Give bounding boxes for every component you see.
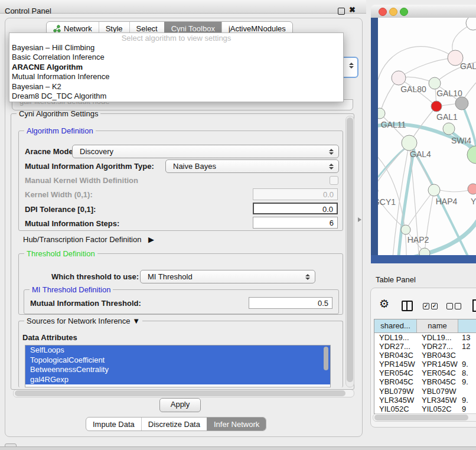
aracne-mode-select[interactable]: Discovery [72, 145, 339, 158]
tab-label: Cyni Toolbox [171, 24, 215, 33]
gear-icon[interactable]: ⚙ [379, 298, 389, 309]
settings-group-title: Cyni Algorithm Settings [17, 109, 100, 118]
network-icon [53, 25, 61, 32]
attribute-item-selfloops[interactable]: SelfLoops [25, 345, 330, 356]
minimize-traffic-light[interactable] [389, 8, 397, 16]
node-label-hap4: HAP4 [436, 197, 458, 206]
node-label-swi4: SWI4 [451, 136, 471, 145]
manual-kernel-checkbox[interactable] [330, 176, 338, 185]
table-cell: 9. [458, 377, 476, 386]
attribute-item-gal4rgexp[interactable]: gal4RGexp [25, 375, 330, 385]
which-threshold-value: MI Threshold [141, 272, 193, 281]
tab-impute-data[interactable]: Impute Data [86, 418, 141, 431]
deselect-checkbox-icon[interactable] [446, 303, 453, 309]
mi-threshold-definition-group: MI Threshold Definition Mutual Informati… [24, 289, 339, 314]
hub-definition-expander[interactable]: Hub/Transcription Factor Definition ▶ [23, 235, 154, 244]
control-panel-header: Control Panel ✖ [0, 0, 366, 14]
network-node[interactable] [455, 97, 468, 110]
tab-discretize-data[interactable]: Discretize Data [141, 418, 207, 431]
tab-label: Impute Data [93, 420, 135, 429]
new-table-icon[interactable] [472, 299, 476, 312]
dropdown-placeholder: Select algorithm to view settings [9, 33, 343, 43]
table-row[interactable]: YER054CYER054C8. [374, 369, 476, 377]
dropdown-item-basic-correlation-inference[interactable]: Basic Correlation Inference [9, 53, 343, 62]
apply-button[interactable]: Apply [159, 398, 201, 412]
sources-group: Sources for Network Inference ▼ Data Att… [18, 321, 343, 387]
cyni-algorithm-settings-group: Cyni Algorithm Settings Algorithm Defini… [11, 113, 354, 390]
table-cell: YBR043C [417, 351, 458, 360]
table-row[interactable]: YDR27...YDR27...12 [374, 342, 476, 351]
network-node[interactable] [392, 71, 406, 85]
settings-vertical-scrollbar[interactable] [345, 116, 354, 387]
node-label-hap2: HAP2 [407, 235, 429, 244]
dropdown-item-mutual-information-inference[interactable]: Mutual Information Inference [9, 72, 343, 81]
network-canvas[interactable]: GALGAL80GAL10GAL1GAL11SWI4GAL4GCY1HAP4YH… [371, 18, 476, 263]
table-cell: 13 [458, 333, 476, 342]
network-node[interactable] [401, 225, 410, 234]
attribute-item-topologicalcoefficient[interactable]: TopologicalCoefficient [25, 356, 330, 366]
network-node[interactable] [429, 77, 441, 89]
tab-label: Network [64, 24, 92, 33]
zoom-traffic-light[interactable] [400, 8, 408, 16]
deselect-checkbox-icon2[interactable] [455, 303, 461, 309]
table-cell: YBL079W [417, 387, 458, 396]
mi-steps-input[interactable]: 6 [253, 217, 338, 229]
table-cell: 9. [458, 360, 476, 369]
dropdown-item-bayesian-k2[interactable]: Bayesian – K2 [9, 82, 343, 92]
table-row[interactable]: YDL19...YDL19...13 [374, 333, 476, 342]
network-node[interactable] [428, 184, 440, 196]
split-view-icon[interactable] [402, 301, 413, 311]
tab-infer-network[interactable]: Infer Network [207, 418, 266, 431]
tab-label: jActiveMNodules [229, 24, 286, 33]
which-threshold-select[interactable]: MI Threshold [140, 270, 315, 283]
cursor-arrow [358, 217, 361, 222]
close-traffic-light[interactable] [379, 8, 387, 16]
network-node[interactable] [443, 123, 455, 135]
mi-type-select[interactable]: Naive Bayes [165, 159, 339, 173]
network-node[interactable] [431, 101, 442, 112]
column-header-col2[interactable] [458, 319, 476, 332]
table-row[interactable]: YLR345WYLR345W9. [374, 396, 476, 405]
tab-label: Style [106, 24, 123, 33]
table-cell: YDR27... [374, 342, 417, 351]
network-node[interactable] [468, 184, 476, 194]
table-cell: YIL052C [374, 405, 417, 413]
float-window-icon[interactable] [338, 8, 345, 15]
window-frame-left [371, 18, 378, 263]
attribute-item-betweennesscentrality[interactable]: BetweennessCentrality [25, 365, 330, 375]
bottom-tab-bar: Impute DataDiscretize DataInfer Network [86, 417, 266, 431]
data-attributes-list[interactable]: SelfLoopsTopologicalCoefficientBetweenne… [25, 345, 331, 387]
kernel-width-input: 0.0 [253, 188, 338, 200]
table-cell: YER054C [374, 369, 417, 377]
table-row[interactable]: YBL079WYBL079W [374, 387, 476, 396]
mi-threshold-definition-title: MI Threshold Definition [30, 285, 113, 294]
close-icon[interactable]: ✖ [349, 5, 356, 14]
node-label-gal10: GAL10 [436, 89, 462, 98]
table-horizontal-scrollbar[interactable] [373, 413, 476, 422]
column-header-name[interactable]: name [417, 319, 458, 332]
table-row[interactable]: YBR043CYBR043C [374, 351, 476, 360]
table-cell: YDL19... [417, 333, 458, 342]
mi-steps-label: Mutual Information Steps: [25, 219, 119, 228]
mi-threshold-input[interactable]: 0.5 [249, 297, 332, 309]
table-cell: YPR145W [374, 360, 417, 369]
select-all-checkbox-icon2[interactable]: ✓ [431, 303, 438, 309]
settings-horizontal-scrollbar[interactable] [13, 389, 354, 397]
table-cell [458, 351, 476, 360]
table-row[interactable]: YPR145WYPR145W9. [374, 360, 476, 369]
list-scrollbar[interactable] [324, 347, 328, 375]
algorithm-definition-group: Algorithm Definition Aracne Mode: Discov… [18, 131, 343, 231]
tab-label: Discretize Data [148, 420, 200, 429]
table-cell: YPR145W [417, 360, 458, 369]
threshold-definition-title: Threshold Definition [24, 249, 97, 258]
network-node[interactable] [402, 135, 417, 151]
dropdown-item-aracne-algorithm[interactable]: ARACNE Algorithm [9, 63, 343, 72]
column-header-shared-[interactable]: shared... [374, 319, 417, 332]
dropdown-item-bayesian-hill-climbing[interactable]: Bayesian – Hill Climbing [9, 43, 343, 53]
table-row[interactable]: YIL052CYIL052C9 [374, 405, 476, 413]
select-all-checkbox-icon[interactable]: ✓ [423, 303, 429, 309]
dropdown-item-dream8-dc-tdc-algorithm[interactable]: Dream8 DC_TDC Algorithm [9, 92, 343, 101]
table-row[interactable]: YBR045CYBR045C9. [374, 377, 476, 386]
sources-title: Sources for Network Inference ▼ [24, 317, 142, 325]
dpi-tolerance-input[interactable]: 0.0 [253, 203, 338, 214]
